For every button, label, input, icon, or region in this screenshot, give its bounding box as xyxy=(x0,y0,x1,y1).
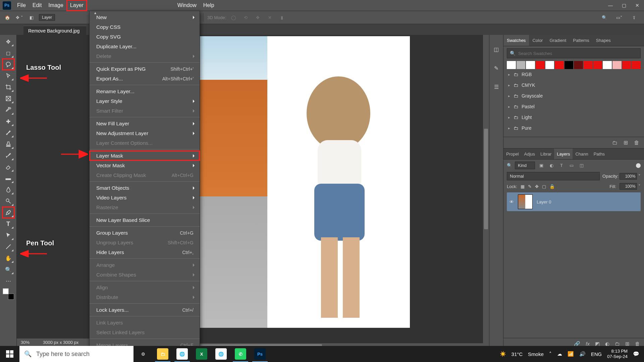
tray-wifi-icon[interactable]: 📶 xyxy=(568,351,574,357)
type-tool[interactable]: T xyxy=(3,219,14,229)
layer-name[interactable]: Layer 0 xyxy=(537,199,551,204)
tab-properties[interactable]: Propel xyxy=(503,148,522,159)
marquee-tool[interactable]: ◻ xyxy=(3,48,14,58)
menu-item-smart-objects[interactable]: Smart Objects xyxy=(90,183,200,193)
lock-artb-icon[interactable]: ▢ xyxy=(542,184,546,189)
swatch-folder-icon[interactable]: 🗀 xyxy=(612,140,618,146)
menu-item-video-layers[interactable]: Video Layers xyxy=(90,193,200,202)
menu-item-export-as[interactable]: Export As...Alt+Shift+Ctrl+' xyxy=(90,74,200,83)
swatch-new-icon[interactable]: ⊞ xyxy=(624,139,628,146)
start-button[interactable] xyxy=(0,346,19,362)
swatch-group[interactable]: ▸🗀Light xyxy=(507,112,641,123)
app-explorer[interactable]: 🗀 xyxy=(153,346,172,362)
filter-shape-icon[interactable]: ▭ xyxy=(568,163,575,168)
fgbg-colors[interactable] xyxy=(3,288,14,300)
swatch[interactable] xyxy=(574,61,583,69)
menu-item-rename-layer[interactable]: Rename Layer... xyxy=(90,86,200,96)
eraser-tool[interactable] xyxy=(3,162,14,172)
layer-thumbnail[interactable] xyxy=(518,194,533,209)
home-icon[interactable]: 🏠 xyxy=(3,13,12,22)
menu-image[interactable]: Image xyxy=(45,0,66,11)
path-select-tool[interactable] xyxy=(3,230,14,241)
tray-onedrive-icon[interactable]: ☁ xyxy=(557,351,562,357)
filter-icon[interactable]: 🔍 xyxy=(507,163,512,168)
menu-item-new[interactable]: New xyxy=(90,12,200,22)
adjust-panel-icon[interactable]: ☰ xyxy=(492,82,501,91)
dodge-tool[interactable] xyxy=(3,196,14,206)
weather-icon[interactable]: ☀️ xyxy=(500,351,506,357)
menu-item-layer-style[interactable]: Layer Style xyxy=(90,96,200,106)
line-tool[interactable] xyxy=(3,241,14,252)
filter-smart-icon[interactable]: ◫ xyxy=(578,163,585,168)
app-chrome[interactable]: 🌐 xyxy=(172,346,192,362)
app-photoshop[interactable]: Ps xyxy=(250,346,270,362)
swatch[interactable] xyxy=(584,61,593,69)
tab-channels[interactable]: Chann xyxy=(573,148,591,159)
swatch-group[interactable]: ▸🗀Pastel xyxy=(507,101,641,112)
app-whatsapp[interactable]: ✆ xyxy=(231,346,250,362)
swatch[interactable] xyxy=(507,61,516,69)
tab-shapes[interactable]: Shapes xyxy=(593,35,614,46)
pen-tool[interactable] xyxy=(3,207,14,218)
frame-tool[interactable] xyxy=(3,93,14,104)
quick-select-tool[interactable] xyxy=(3,70,14,81)
taskbar-search[interactable]: 🔍 Type here to search xyxy=(19,346,133,362)
brush-tool[interactable] xyxy=(3,127,14,138)
weather-temp[interactable]: 31°C xyxy=(512,351,523,357)
workspace-icon[interactable]: ▭˅ xyxy=(614,13,624,22)
swatch[interactable] xyxy=(593,61,602,69)
filter-pixel-icon[interactable]: ▣ xyxy=(538,163,545,168)
minimize-button[interactable]: — xyxy=(604,3,617,8)
swatch[interactable] xyxy=(622,61,631,69)
lock-pos-icon[interactable]: ✥ xyxy=(535,184,539,189)
move-tool[interactable]: ✥ xyxy=(3,36,14,47)
menu-item-new-fill-layer[interactable]: New Fill Layer xyxy=(90,119,200,128)
lock-all-icon[interactable]: 🔒 xyxy=(549,184,555,189)
healing-tool[interactable]: ✚ xyxy=(3,116,14,127)
zoom-tool[interactable]: 🔍 xyxy=(3,264,14,275)
menu-file[interactable]: File xyxy=(14,0,29,11)
swatch-group[interactable]: ▸🗀Pure xyxy=(507,123,641,133)
swatch[interactable] xyxy=(632,61,641,69)
lasso-tool[interactable] xyxy=(3,59,14,70)
menu-edit[interactable]: Edit xyxy=(29,0,45,11)
menu-window[interactable]: Window xyxy=(174,0,200,11)
menu-item-lock-layers[interactable]: Lock Layers...Ctrl+/ xyxy=(90,305,200,315)
brush-panel-icon[interactable]: ✎ xyxy=(492,64,501,72)
opacity-input[interactable] xyxy=(620,173,637,180)
app-settings[interactable]: ⚙ xyxy=(133,346,153,362)
swatch[interactable] xyxy=(555,61,564,69)
more-tools[interactable]: ⋯ xyxy=(3,276,14,286)
maximize-button[interactable]: ▢ xyxy=(617,3,631,8)
swatch[interactable] xyxy=(536,61,545,69)
tab-libraries[interactable]: Librar xyxy=(538,148,554,159)
tab-layers[interactable]: Layers xyxy=(554,148,573,159)
swatch[interactable] xyxy=(526,61,535,69)
scrollbar-vertical[interactable] xyxy=(483,35,489,343)
tray-notifications-icon[interactable]: 💬 xyxy=(633,351,639,357)
visibility-icon[interactable]: 👁 xyxy=(509,199,514,204)
tab-adjustments[interactable]: Adjus xyxy=(522,148,538,159)
swatch-group[interactable]: ▸🗀Grayscale xyxy=(507,90,641,101)
gradient-tool[interactable]: ▬ xyxy=(3,173,14,184)
transform-icon[interactable]: ◧ xyxy=(27,13,36,22)
menu-item-group-layers[interactable]: Group LayersCtrl+G xyxy=(90,228,200,238)
app-excel[interactable]: X xyxy=(192,346,211,362)
eyedropper-tool[interactable] xyxy=(3,105,14,115)
swatch[interactable] xyxy=(517,61,526,69)
swatch[interactable] xyxy=(545,61,554,69)
filter-adjust-icon[interactable]: ◐ xyxy=(548,163,555,168)
fill-input[interactable] xyxy=(620,183,637,190)
menu-help[interactable]: Help xyxy=(200,0,218,11)
filter-toggle[interactable] xyxy=(636,163,641,168)
weather-cond[interactable]: Smoke xyxy=(528,351,544,357)
lock-paint-icon[interactable]: ✎ xyxy=(528,184,532,189)
menu-item-vector-mask[interactable]: Vector Mask xyxy=(90,161,200,170)
hand-tool[interactable]: ✋ xyxy=(3,253,14,263)
menu-item-hide-layers[interactable]: Hide LayersCtrl+, xyxy=(90,247,200,257)
move-mode-icon[interactable]: ✥ ˅ xyxy=(15,13,24,22)
zoom-level[interactable]: 30% xyxy=(21,340,30,345)
swatch[interactable] xyxy=(565,61,574,69)
stamp-tool[interactable] xyxy=(3,139,14,149)
menu-item-new-adjustment-layer[interactable]: New Adjustment Layer xyxy=(90,128,200,138)
